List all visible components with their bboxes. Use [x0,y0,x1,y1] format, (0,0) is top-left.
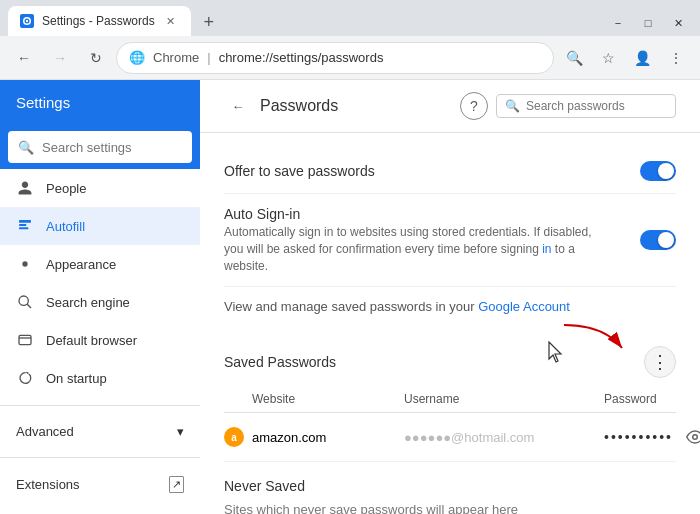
sidebar-item-autofill[interactable]: Autofill [0,207,200,245]
chevron-down-icon: ▾ [177,424,184,439]
globe-icon: 🌐 [129,50,145,65]
toggle-knob-2 [658,232,674,248]
table-row: a amazon.com ●●●●●●@hotmail.com ••••••••… [224,413,676,462]
tab-title: Settings - Passwords [42,14,155,28]
default-browser-icon [16,331,34,349]
show-password-button[interactable] [681,423,700,451]
sidebar-item-on-startup[interactable]: On startup [0,359,200,397]
tab-favicon [20,14,34,28]
forward-button[interactable]: → [44,42,76,74]
red-arrow-annotation [554,320,634,360]
sidebar-item-autofill-label: Autofill [46,219,85,234]
username-value: ●●●●●●@hotmail.com [404,430,534,445]
auto-signin-setting: Auto Sign-in Automatically sign in to we… [224,194,676,287]
website-column-header: Website [224,392,404,406]
sidebar-item-people-label: People [46,181,86,196]
sidebar-item-extensions[interactable]: Extensions ↗ [0,466,200,503]
tab-close-button[interactable]: ✕ [163,13,179,29]
search-settings-input[interactable] [42,140,182,155]
sidebar-item-appearance[interactable]: Appearance [0,245,200,283]
back-button[interactable]: ← [8,42,40,74]
google-account-link[interactable]: Google Account [478,299,570,314]
sidebar-divider [0,405,200,406]
sidebar-item-on-startup-label: On startup [46,371,107,386]
passwords-search-box[interactable]: 🔍 [496,94,676,118]
external-link-icon: ↗ [169,476,184,493]
svg-marker-9 [26,372,29,375]
saved-passwords-section: Saved Passwords ⋮ [224,334,676,386]
content-area: ← Passwords ? 🔍 Offer to save passwords [200,80,700,514]
password-value: •••••••••• [604,429,673,445]
sidebar-item-appearance-label: Appearance [46,257,116,272]
address-bar[interactable]: 🌐 Chrome | chrome://settings/passwords [116,42,554,74]
sidebar-item-search-engine[interactable]: Search engine [0,283,200,321]
never-saved-section: Never Saved Sites which never save passw… [224,462,676,514]
sidebar-header: Settings [0,80,200,125]
svg-point-0 [26,20,28,22]
minimize-button[interactable]: − [604,14,632,32]
extensions-label: Extensions [16,477,161,492]
svg-point-4 [22,261,27,266]
address-separator: | [207,50,210,65]
sidebar-item-search-engine-label: Search engine [46,295,130,310]
reload-button[interactable]: ↻ [80,42,112,74]
svg-point-5 [19,296,28,305]
password-cell: •••••••••• ⋮ [604,423,700,451]
close-button[interactable]: ✕ [664,14,692,32]
person-icon [16,179,34,197]
advanced-label: Advanced [16,424,169,439]
saved-passwords-menu-button[interactable]: ⋮ [644,346,676,378]
passwords-search-icon: 🔍 [505,99,520,113]
svg-rect-2 [19,224,26,226]
never-saved-desc: Sites which never save passwords will ap… [224,502,676,514]
username-cell: ●●●●●●@hotmail.com [404,430,604,445]
offer-save-setting: Offer to save passwords [224,149,676,194]
eye-icon [686,428,700,446]
search-box[interactable]: 🔍 [8,131,192,163]
search-icon: 🔍 [18,140,34,155]
username-column-header: Username [404,392,604,406]
amazon-favicon: a [224,427,244,447]
sidebar: Settings 🔍 People Autofill [0,80,200,514]
passwords-table-header: Website Username Password [224,386,676,413]
help-button[interactable]: ? [460,92,488,120]
sidebar-item-advanced[interactable]: Advanced ▾ [0,414,200,449]
account-icon-btn[interactable]: 👤 [626,42,658,74]
passwords-back-button[interactable]: ← [224,92,252,120]
appearance-icon [16,255,34,273]
google-account-text: View and manage saved passwords in your [224,299,475,314]
svg-point-11 [693,435,698,440]
address-chrome-label: Chrome [153,50,199,65]
menu-icon-btn[interactable]: ⋮ [660,42,692,74]
sidebar-item-default-browser-label: Default browser [46,333,137,348]
sidebar-item-default-browser[interactable]: Default browser [0,321,200,359]
autofill-icon [16,217,34,235]
svg-rect-7 [19,335,31,344]
startup-icon [16,369,34,387]
sidebar-item-about-chrome[interactable]: About Chrome [0,503,200,514]
bookmark-icon-btn[interactable]: ☆ [592,42,624,74]
auto-signin-link[interactable]: in [542,242,551,256]
sidebar-item-people[interactable]: People [0,169,200,207]
never-saved-title: Never Saved [224,478,676,494]
search-icon-btn[interactable]: 🔍 [558,42,590,74]
address-url-text: chrome://settings/passwords [219,50,384,65]
settings-body: Offer to save passwords Auto Sign-in Aut… [200,133,700,514]
title-bar: Settings - Passwords ✕ + − □ ✕ [0,0,700,36]
sidebar-divider-2 [0,457,200,458]
active-tab[interactable]: Settings - Passwords ✕ [8,6,191,36]
offer-save-toggle[interactable] [640,161,676,181]
website-value: amazon.com [252,430,326,445]
auto-signin-desc: Automatically sign in to websites using … [224,224,604,274]
svg-rect-1 [19,220,31,223]
auto-signin-label: Auto Sign-in [224,206,640,222]
website-cell: a amazon.com [224,427,404,447]
auto-signin-toggle[interactable] [640,230,676,250]
password-column-header: Password [604,392,676,406]
new-tab-button[interactable]: + [195,8,223,36]
maximize-button[interactable]: □ [634,14,662,32]
passwords-search-input[interactable] [526,99,656,113]
toggle-knob [658,163,674,179]
navigation-bar: ← → ↻ 🌐 Chrome | chrome://settings/passw… [0,36,700,80]
passwords-page-title: Passwords [260,97,452,115]
